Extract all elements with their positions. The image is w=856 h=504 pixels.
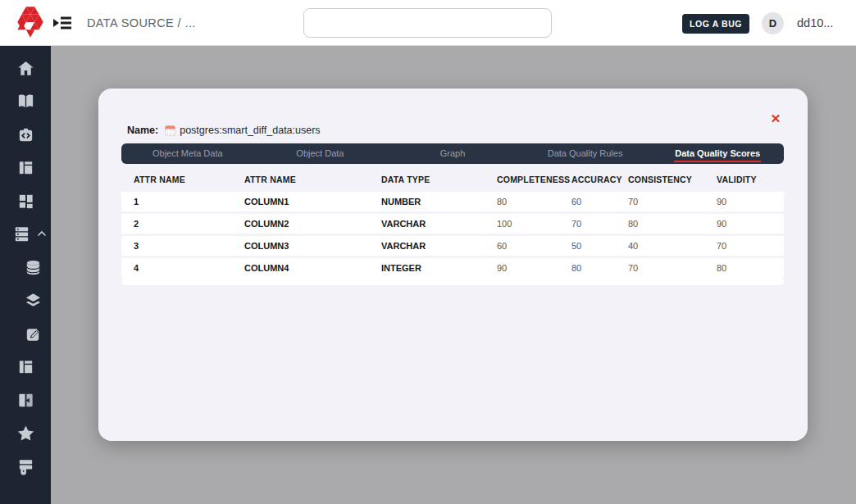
server-tag-icon [16, 457, 35, 476]
col-header-attr-id: ATTR NAME [121, 175, 244, 184]
server-list-icon [12, 225, 31, 243]
book-open-icon [16, 92, 35, 111]
col-header-data-type: DATA TYPE [381, 175, 497, 184]
home-icon [16, 59, 35, 78]
table-row[interactable]: 2 COLUMN2 VARCHAR 100 70 80 90 [121, 214, 784, 234]
col-header-completeness: COMPLETENESS [497, 175, 571, 184]
top-bar: DATA SOURCE / ... LOG A BUG D dd10... [0, 0, 856, 46]
user-avatar[interactable]: D [762, 12, 784, 34]
table-row[interactable]: 3 COLUMN3 VARCHAR 60 50 40 70 [121, 236, 784, 256]
sidebar-item-data-sources[interactable] [0, 218, 51, 252]
sidebar-item-catalog[interactable] [0, 85, 51, 119]
username-label[interactable]: dd10... [797, 0, 833, 46]
object-name-value: postgres:smart_diff_data:users [180, 125, 320, 136]
log-a-bug-button[interactable]: LOG A BUG [682, 14, 749, 34]
object-name-row: Name: postgres:smart_diff_data:users [127, 125, 321, 136]
table-object-icon [165, 125, 175, 136]
sidebar-item-dashboard[interactable] [0, 184, 51, 218]
col-header-attr-name: ATTR NAME [244, 175, 381, 184]
app-logo-icon[interactable] [11, 4, 49, 42]
sidebar-item-favorites[interactable] [0, 417, 51, 451]
star-icon [16, 424, 35, 443]
sidebar-item-layout-2[interactable] [0, 351, 51, 384]
col-header-validity: VALIDITY [717, 175, 784, 184]
dimmed-workspace-overlay: Name: postgres:smart_diff_data:users ✕ O… [51, 46, 856, 504]
edit-icon [24, 325, 43, 343]
tab-data-quality-scores[interactable]: Data Quality Scores [651, 143, 784, 164]
layers-icon [24, 291, 43, 310]
col-header-accuracy: ACCURACY [571, 175, 628, 184]
table-header-row: ATTR NAME ATTR NAME DATA TYPE COMPLETENE… [121, 170, 784, 188]
tab-bar: Object Meta Data Object Data Graph Data … [121, 143, 784, 164]
horizontal-scrollbar-track[interactable] [121, 278, 784, 285]
dashboard-grid-icon [16, 192, 35, 211]
search-input[interactable] [303, 8, 552, 38]
chevron-up-icon[interactable] [37, 229, 47, 238]
close-icon[interactable]: ✕ [768, 111, 783, 126]
book-arrow-icon [16, 391, 35, 410]
layout-columns-icon [16, 357, 35, 376]
object-detail-modal: Name: postgres:smart_diff_data:users ✕ O… [98, 89, 808, 441]
sidebar-item-glossary[interactable] [0, 384, 51, 417]
layout-columns-icon [16, 158, 35, 177]
data-quality-scores-table: ATTR NAME ATTR NAME DATA TYPE COMPLETENE… [121, 170, 784, 278]
database-icon [24, 258, 43, 277]
name-label: Name: [127, 125, 158, 136]
sidebar-toggle-icon[interactable] [52, 13, 73, 33]
sidebar-subitem-edit[interactable] [0, 317, 51, 351]
tab-object-data[interactable]: Object Data [254, 143, 387, 164]
sidebar-item-home[interactable] [0, 52, 51, 85]
sidebar-subitem-database[interactable] [0, 251, 51, 284]
table-row[interactable]: 1 COLUMN1 NUMBER 80 60 70 90 [121, 192, 784, 211]
tab-data-quality-rules[interactable]: Data Quality Rules [519, 143, 652, 164]
sidebar-item-layout[interactable] [0, 152, 51, 185]
sidebar-subitem-layers[interactable] [0, 284, 51, 318]
tab-graph[interactable]: Graph [386, 143, 519, 164]
breadcrumb: DATA SOURCE / ... [87, 0, 196, 46]
sidebar-nav [0, 46, 51, 504]
col-header-consistency: CONSISTENCY [628, 175, 717, 184]
code-box-icon [16, 125, 35, 144]
tab-object-meta-data[interactable]: Object Meta Data [121, 143, 254, 164]
sidebar-item-tags[interactable] [0, 450, 51, 484]
table-row[interactable]: 4 COLUMN4 INTEGER 90 80 70 80 [121, 258, 784, 278]
sidebar-item-code[interactable] [0, 118, 51, 152]
